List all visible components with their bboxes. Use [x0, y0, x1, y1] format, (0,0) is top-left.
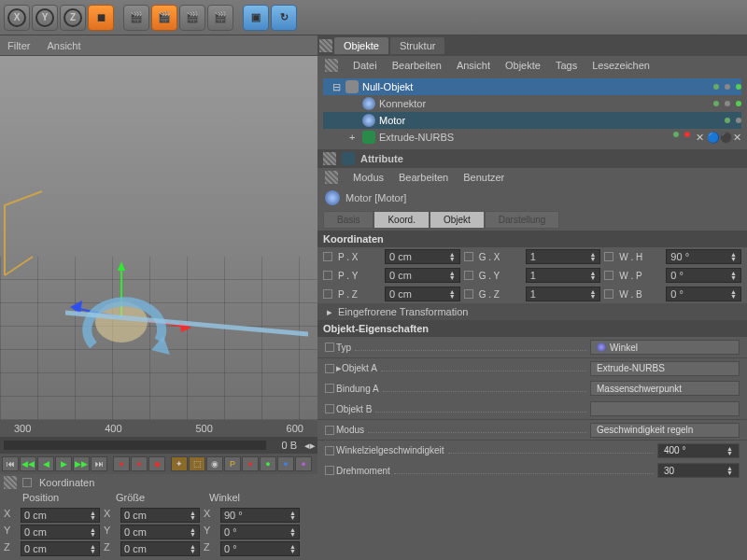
coord-field[interactable]: 90 °▲▼ [220, 508, 300, 523]
tab-darstellung[interactable]: Darstellung [485, 211, 560, 229]
rec-2-button[interactable]: ● [131, 456, 148, 471]
coord-field[interactable]: 0 °▲▼ [220, 525, 300, 539]
step-fwd-button[interactable]: ▶▶ [73, 456, 90, 471]
coord-checkbox[interactable] [22, 478, 32, 487]
clapper-1-button[interactable]: 🎬 [123, 5, 149, 31]
prop-checkbox[interactable] [323, 289, 332, 299]
prop-checkbox[interactable] [325, 364, 334, 373]
clapper-4-button[interactable]: 🎬 [207, 5, 233, 31]
tab-objekt[interactable]: Objekt [430, 211, 485, 229]
opt-4-button[interactable]: P [224, 456, 241, 471]
tag-dots[interactable] [713, 84, 741, 90]
play-back-button[interactable]: ◀◀ [20, 456, 36, 471]
viewport-3d[interactable] [0, 56, 317, 420]
prop-checkbox[interactable] [323, 252, 332, 261]
menu-bearbeiten[interactable]: Bearbeiten [392, 60, 442, 71]
tab-struktur[interactable]: Struktur [390, 37, 445, 54]
prop-checkbox[interactable] [325, 384, 334, 393]
rec-1-button[interactable]: ● [113, 456, 130, 471]
opt-1-button[interactable]: ✦ [171, 456, 188, 471]
prop-field[interactable]: 0 cm▲▼ [385, 287, 460, 301]
prop-checkbox[interactable] [325, 426, 334, 435]
prop-checkbox[interactable] [323, 271, 332, 280]
prop-value[interactable]: Winkel [590, 340, 740, 355]
prop-field[interactable]: 1▲▼ [526, 249, 601, 264]
coord-field[interactable]: 0 cm▲▼ [21, 508, 100, 523]
tab-basis[interactable]: Basis [323, 211, 374, 229]
tree-item[interactable]: +Extrude-NURBS✕ 🔵⚫✕ [323, 129, 741, 146]
refresh-button[interactable]: ↻ [271, 5, 297, 31]
tree-item[interactable]: Konnektor [323, 95, 741, 112]
prop-checkbox[interactable] [325, 404, 334, 413]
prop-value[interactable]: 400 °▲▼ [657, 443, 740, 458]
coord-field[interactable]: 0 cm▲▼ [120, 525, 200, 539]
opt-5-button[interactable]: ● [242, 456, 259, 471]
prop-field[interactable]: 1▲▼ [526, 268, 601, 283]
tag-dots[interactable] [713, 101, 741, 106]
goto-end-button[interactable]: ⏭ [91, 456, 107, 471]
prop-checkbox[interactable] [604, 252, 613, 261]
prop-field[interactable]: 0 cm▲▼ [385, 249, 460, 264]
prop-checkbox[interactable] [325, 343, 334, 352]
play-button[interactable]: ▶ [55, 456, 72, 471]
menu-lesezeichen[interactable]: Lesezeichen [592, 60, 650, 71]
menu-filter[interactable]: Filter [7, 40, 30, 51]
timeline-ruler[interactable]: 300400500600 [0, 420, 317, 437]
opt-7-button[interactable]: ● [277, 456, 294, 471]
cube-button[interactable]: ◼ [88, 5, 114, 31]
menu-ansicht[interactable]: Ansicht [47, 40, 80, 51]
menu-modus[interactable]: Modus [353, 172, 384, 183]
prop-value[interactable]: Extrude-NURBS [590, 361, 740, 376]
tree-item[interactable]: Motor [323, 112, 741, 129]
prop-checkbox[interactable] [464, 289, 473, 299]
prop-checkbox[interactable] [604, 289, 613, 299]
tree-item[interactable]: ⊟Null-Objekt [323, 78, 741, 95]
svg-marker-1 [118, 261, 125, 271]
key-button[interactable]: ◆ [148, 456, 165, 471]
opt-2-button[interactable]: ⬚ [189, 456, 205, 471]
prop-field[interactable]: 90 °▲▼ [666, 249, 741, 264]
blue-cube-button[interactable]: ▣ [243, 5, 269, 31]
prop-field[interactable]: 0 °▲▼ [666, 287, 741, 301]
coord-field[interactable]: 0 cm▲▼ [21, 541, 100, 556]
prop-value[interactable] [590, 401, 740, 416]
frozen-transform[interactable]: Eingefrorene Transformation [338, 306, 468, 317]
coord-field[interactable]: 0 cm▲▼ [120, 508, 200, 523]
tab-koord[interactable]: Koord. [374, 211, 429, 229]
prop-value[interactable]: Geschwindigkeit regeln [590, 423, 740, 438]
prop-checkbox[interactable] [464, 252, 473, 261]
prop-field[interactable]: 0 cm▲▼ [385, 268, 460, 283]
clapper-3-button[interactable]: 🎬 [179, 5, 205, 31]
axis-x-button[interactable]: X [4, 5, 30, 31]
prop-value[interactable]: 30▲▼ [657, 463, 740, 478]
axis-z-button[interactable]: Z [60, 5, 86, 31]
menu-benutzer[interactable]: Benutzer [463, 172, 504, 183]
tag-dots[interactable]: ✕ 🔵⚫✕ [673, 132, 741, 144]
axis-y-button[interactable]: Y [32, 5, 58, 31]
prop-field[interactable]: 1▲▼ [526, 287, 601, 301]
object-tree[interactable]: ⊟Null-ObjektKonnektorMotor+Extrude-NURBS… [317, 75, 747, 149]
opt-8-button[interactable]: ● [295, 456, 312, 471]
prop-checkbox[interactable] [325, 446, 334, 455]
menu-objekte[interactable]: Objekte [505, 60, 541, 71]
step-back-button[interactable]: ◀ [37, 456, 54, 471]
triangle-icon[interactable]: ▸ [327, 306, 332, 318]
coord-field[interactable]: 0 °▲▼ [220, 541, 300, 556]
goto-start-button[interactable]: ⏮ [2, 456, 19, 471]
tab-objekte[interactable]: Objekte [334, 37, 388, 54]
prop-checkbox[interactable] [325, 466, 334, 475]
coord-field[interactable]: 0 cm▲▼ [21, 525, 100, 539]
menu-datei[interactable]: Datei [353, 60, 377, 71]
menu-ansicht[interactable]: Ansicht [457, 60, 490, 71]
coord-field[interactable]: 0 cm▲▼ [120, 541, 200, 556]
prop-field[interactable]: 0 °▲▼ [666, 268, 741, 283]
prop-checkbox[interactable] [464, 271, 473, 280]
opt-6-button[interactable]: ● [260, 456, 276, 471]
menu-bearbeiten-2[interactable]: Bearbeiten [399, 172, 448, 183]
tag-dots[interactable] [725, 118, 741, 123]
opt-3-button[interactable]: ◉ [206, 456, 223, 471]
menu-tags[interactable]: Tags [556, 60, 577, 71]
clapper-2-button[interactable]: 🎬 [151, 5, 177, 31]
prop-checkbox[interactable] [604, 271, 613, 280]
prop-value[interactable]: Massenschwerpunkt [590, 381, 740, 396]
